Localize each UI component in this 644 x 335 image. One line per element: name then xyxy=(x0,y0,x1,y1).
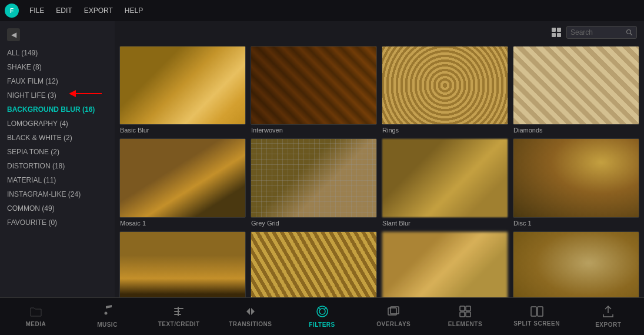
menu-export[interactable]: EXPORT xyxy=(83,4,114,17)
grid-view-button[interactable] xyxy=(551,27,562,38)
sidebar-item-10[interactable]: INSTAGRAM-LIKE (24) xyxy=(0,187,115,201)
nav-item-music[interactable]: MUSIC xyxy=(72,301,144,331)
transitions-icon xyxy=(244,306,257,319)
menu-edit[interactable]: EDIT xyxy=(55,4,73,17)
filter-label-6: Slant Blur xyxy=(382,220,508,227)
svg-line-15 xyxy=(324,307,326,310)
svg-line-14 xyxy=(318,307,321,310)
content-header xyxy=(115,21,644,44)
filter-label-4: Mosaic 1 xyxy=(119,220,246,227)
sidebar-items: ALL (149)SHAKE (8)FAUX FILM (12)NIGHT LI… xyxy=(0,46,115,230)
filter-item-8[interactable]: Mosaic 2 xyxy=(119,231,246,297)
sidebar-item-11[interactable]: COMMON (49) xyxy=(0,201,115,215)
sidebar-item-5[interactable]: LOMOGRAPHY (4) xyxy=(0,117,115,131)
sidebar-item-1[interactable]: SHAKE (8) xyxy=(0,60,115,74)
nav-item-media[interactable]: MEDIA xyxy=(0,302,72,331)
filter-label-1: Interwoven xyxy=(251,127,377,134)
search-box xyxy=(566,26,637,39)
nav-label-4: FILTERS xyxy=(309,321,335,328)
folder-icon xyxy=(29,306,42,319)
menu-items: FILE EDIT EXPORT HELP xyxy=(28,4,144,17)
overlays-icon xyxy=(387,306,400,319)
sidebar-item-9[interactable]: MATERIAL (11) xyxy=(0,173,115,187)
search-input[interactable] xyxy=(570,28,623,37)
nav-label-8: EXPORT xyxy=(595,321,621,328)
filter-item-6[interactable]: Slant Blur xyxy=(382,138,508,226)
app-logo: F xyxy=(5,4,19,18)
svg-rect-22 xyxy=(531,307,536,316)
svg-rect-11 xyxy=(178,307,179,316)
filter-thumb-2 xyxy=(382,46,508,125)
svg-rect-23 xyxy=(538,307,543,316)
content-area: Basic BlurInterwovenRingsDiamondsMosaic … xyxy=(115,21,644,297)
sidebar-item-7[interactable]: SEPIA TONE (2) xyxy=(0,145,115,159)
menu-bar: F FILE EDIT EXPORT HELP xyxy=(0,0,644,21)
filter-item-3[interactable]: Diamonds xyxy=(513,46,639,134)
svg-line-7 xyxy=(630,34,633,36)
filter-item-1[interactable]: Interwoven xyxy=(251,46,377,134)
text-icon xyxy=(173,306,185,319)
filter-grid: Basic BlurInterwovenRingsDiamondsMosaic … xyxy=(119,46,639,297)
filters-icon xyxy=(316,305,329,320)
filter-thumb-7 xyxy=(513,138,639,217)
nav-item-text-credit[interactable]: TEXT/CREDIT xyxy=(143,302,215,331)
sidebar: ◀ ALL (149)SHAKE (8)FAUX FILM (12)NIGHT … xyxy=(0,21,115,297)
main-area: ◀ ALL (149)SHAKE (8)FAUX FILM (12)NIGHT … xyxy=(0,21,644,297)
nav-label-2: TEXT/CREDIT xyxy=(158,321,200,327)
filter-item-4[interactable]: Mosaic 1 xyxy=(119,138,246,226)
nav-item-elements[interactable]: ELEMENTS xyxy=(429,302,501,331)
filter-label-3: Diamonds xyxy=(513,127,639,134)
back-button[interactable]: ◀ xyxy=(7,28,20,41)
filter-thumb-5 xyxy=(251,138,377,217)
filter-thumb-8 xyxy=(119,231,246,297)
filter-thumb-4 xyxy=(119,138,246,217)
sidebar-item-2[interactable]: FAUX FILM (12) xyxy=(0,74,115,88)
sidebar-header: ◀ xyxy=(0,26,115,46)
nav-label-3: TRANSITIONS xyxy=(229,321,272,327)
nav-item-overlays[interactable]: OVERLAYS xyxy=(358,302,429,331)
filter-item-10[interactable]: Frosted xyxy=(382,231,508,297)
bottom-nav: MEDIAMUSICTEXT/CREDITTRANSITIONSFILTERSO… xyxy=(0,297,644,335)
svg-point-6 xyxy=(627,30,631,34)
sidebar-item-0[interactable]: ALL (149) xyxy=(0,46,115,60)
search-icon xyxy=(626,29,633,36)
filter-label-5: Grey Grid xyxy=(251,220,377,227)
filter-item-0[interactable]: Basic Blur xyxy=(119,46,246,134)
menu-file[interactable]: FILE xyxy=(28,4,45,17)
music-icon xyxy=(102,305,113,320)
nav-label-6: ELEMENTS xyxy=(448,321,482,327)
nav-label-1: MUSIC xyxy=(97,321,118,328)
elements-icon xyxy=(459,306,471,319)
svg-rect-19 xyxy=(466,306,471,311)
nav-label-7: SPLIT SCREEN xyxy=(513,320,560,327)
filter-label-2: Rings xyxy=(382,127,508,134)
nav-label-5: OVERLAYS xyxy=(376,321,411,327)
sidebar-item-12[interactable]: FAVOURITE (0) xyxy=(0,215,115,230)
filter-item-9[interactable]: Scales xyxy=(251,231,377,297)
sidebar-item-3[interactable]: NIGHT LIFE (3) xyxy=(0,88,115,102)
nav-item-filters[interactable]: FILTERS xyxy=(286,301,358,331)
svg-rect-9 xyxy=(174,311,180,312)
nav-item-split-screen[interactable]: SPLIT SCREEN xyxy=(501,303,573,330)
svg-rect-18 xyxy=(460,306,465,311)
nav-label-0: MEDIA xyxy=(25,321,46,327)
filter-thumb-3 xyxy=(513,46,639,125)
svg-rect-3 xyxy=(557,28,561,32)
filter-thumb-0 xyxy=(119,46,246,125)
sidebar-item-8[interactable]: DISTORTION (18) xyxy=(0,159,115,173)
menu-help[interactable]: HELP xyxy=(124,4,144,17)
filter-label-0: Basic Blur xyxy=(119,127,246,134)
filter-item-7[interactable]: Disc 1 xyxy=(513,138,639,226)
split-icon xyxy=(530,306,543,319)
svg-rect-2 xyxy=(552,28,556,32)
sidebar-item-6[interactable]: BLACK & WHITE (2) xyxy=(0,131,115,145)
nav-item-export[interactable]: EXPORT xyxy=(572,301,644,331)
nav-item-transitions[interactable]: TRANSITIONS xyxy=(215,302,286,331)
filter-item-5[interactable]: Grey Grid xyxy=(251,138,377,226)
sidebar-item-4[interactable]: BACKGROUND BLUR (16) xyxy=(0,102,115,117)
filter-item-2[interactable]: Rings xyxy=(382,46,508,134)
filter-item-11[interactable]: Static xyxy=(513,231,639,297)
export-icon xyxy=(602,305,614,320)
filter-thumb-1 xyxy=(251,46,377,125)
filter-grid-scroll[interactable]: Basic BlurInterwovenRingsDiamondsMosaic … xyxy=(115,44,644,297)
